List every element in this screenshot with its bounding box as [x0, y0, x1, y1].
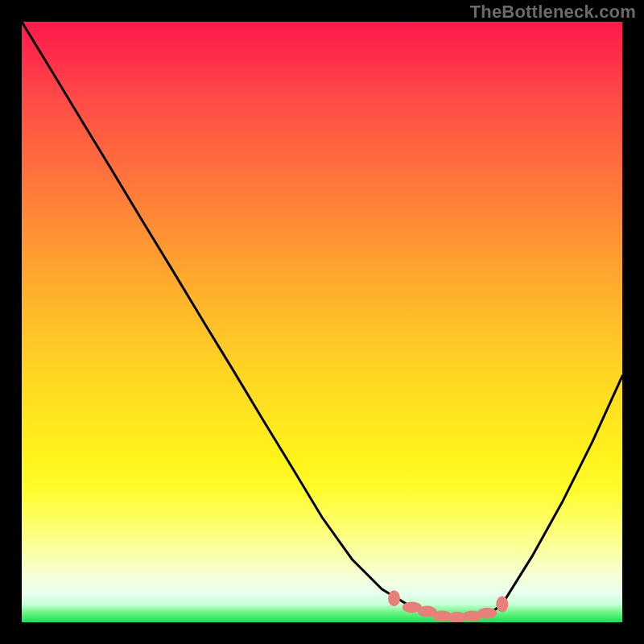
- figure-frame: TheBottleneck.com: [0, 0, 644, 644]
- optimal-marker: [496, 597, 508, 613]
- bottleneck-curve: [22, 22, 622, 617]
- optimal-marker: [388, 590, 400, 606]
- plot-area: [22, 22, 622, 622]
- watermark-text: TheBottleneck.com: [470, 2, 636, 23]
- chart-svg: [22, 22, 622, 622]
- optimal-range-markers: [388, 590, 508, 622]
- optimal-marker: [477, 608, 497, 619]
